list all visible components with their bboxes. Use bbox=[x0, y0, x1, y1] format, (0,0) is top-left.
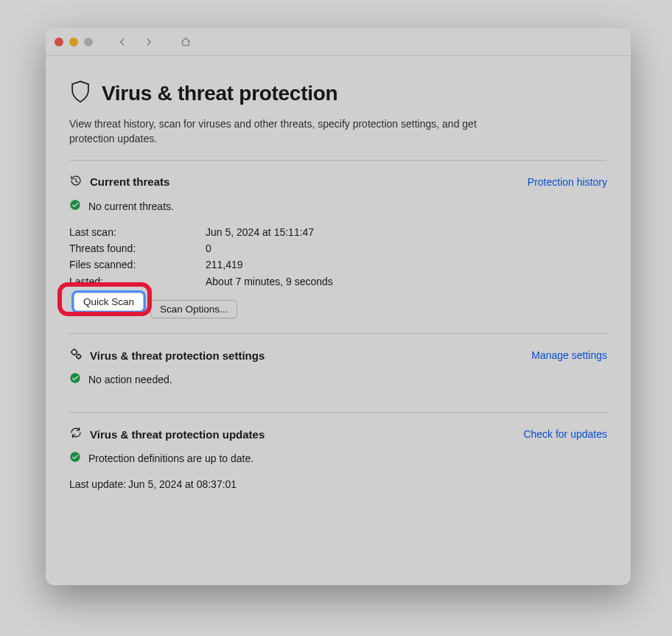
home-button[interactable] bbox=[175, 33, 196, 51]
svg-point-1 bbox=[71, 350, 77, 355]
threats-found-label: Threats found: bbox=[69, 240, 206, 256]
lasted-value: About 7 minutes, 9 seconds bbox=[206, 273, 333, 290]
current-threats-title: Current threats bbox=[90, 175, 169, 188]
page-content: Virus & threat protection View threat hi… bbox=[46, 56, 631, 508]
last-scan-value: Jun 5, 2024 at 15:11:47 bbox=[206, 224, 314, 240]
protection-history-link[interactable]: Protection history bbox=[528, 176, 607, 188]
history-icon bbox=[69, 174, 83, 190]
updates-title: Virus & threat protection updates bbox=[90, 428, 265, 441]
gears-icon bbox=[69, 347, 83, 363]
check-circle-icon bbox=[69, 372, 81, 387]
check-circle-icon bbox=[69, 451, 81, 466]
files-scanned-label: Files scanned: bbox=[69, 256, 206, 273]
shield-icon bbox=[69, 80, 91, 108]
quick-scan-button[interactable]: Quick Scan bbox=[74, 293, 144, 311]
lasted-label: Lasted: bbox=[69, 273, 206, 290]
zoom-window-icon[interactable] bbox=[84, 38, 93, 46]
updates-status: Protection definitions are up to date. bbox=[88, 452, 253, 464]
settings-title: Virus & threat protection settings bbox=[90, 349, 265, 362]
page-description: View threat history, scan for viruses an… bbox=[69, 116, 482, 147]
refresh-icon bbox=[69, 426, 83, 442]
last-update-value: Jun 5, 2024 at 08:37:01 bbox=[128, 476, 237, 492]
window-controls bbox=[55, 38, 93, 46]
page-title: Virus & threat protection bbox=[102, 82, 337, 105]
manage-settings-link[interactable]: Manage settings bbox=[531, 349, 607, 361]
minimize-window-icon[interactable] bbox=[69, 38, 78, 46]
threats-found-value: 0 bbox=[206, 240, 211, 256]
section-current-threats: Current threats Protection history No cu… bbox=[69, 161, 607, 334]
titlebar bbox=[46, 28, 631, 56]
files-scanned-value: 211,419 bbox=[206, 256, 243, 273]
last-scan-label: Last scan: bbox=[69, 224, 206, 240]
section-updates: Virus & threat protection updates Check … bbox=[69, 413, 607, 507]
scan-options-button[interactable]: Scan Options... bbox=[150, 300, 237, 318]
forward-button[interactable] bbox=[139, 33, 159, 51]
back-button[interactable] bbox=[112, 33, 133, 51]
section-settings: Virus & threat protection settings Manag… bbox=[69, 334, 607, 412]
close-window-icon[interactable] bbox=[55, 38, 63, 46]
last-update-label: Last update: bbox=[69, 476, 128, 492]
settings-status: No action needed. bbox=[88, 374, 172, 385]
check-circle-icon bbox=[69, 199, 81, 214]
check-updates-link[interactable]: Check for updates bbox=[523, 428, 607, 440]
current-threats-status: No current threats. bbox=[88, 200, 174, 212]
